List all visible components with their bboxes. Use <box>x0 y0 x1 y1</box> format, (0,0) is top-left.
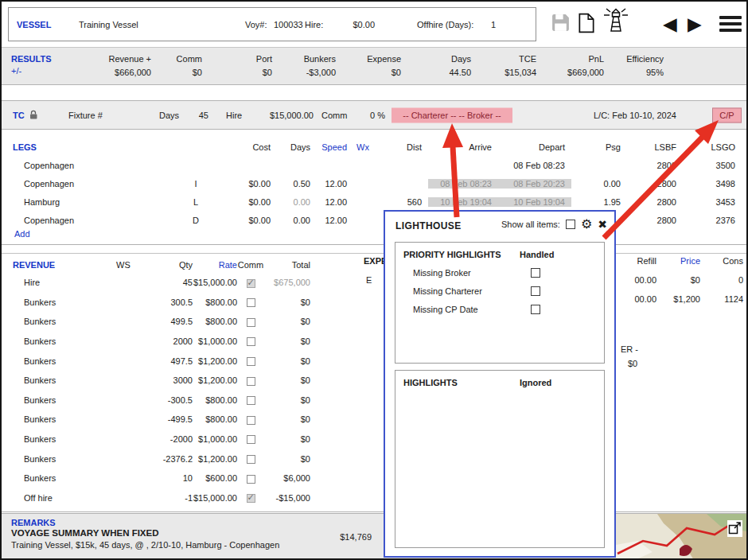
revenue-comm-checkbox[interactable] <box>237 298 264 308</box>
revenue-comm-checkbox[interactable] <box>237 395 264 406</box>
leg-cost[interactable]: $0.00 <box>210 197 277 207</box>
result-column: Port $0 <box>202 54 272 77</box>
show-all-items-checkbox[interactable] <box>566 220 575 229</box>
vessel-name[interactable]: Training Vessel <box>79 20 138 29</box>
revenue-rate[interactable]: $1,200.00 <box>193 356 237 366</box>
tc-comm-value[interactable]: 0 % <box>358 111 385 120</box>
menu-icon[interactable] <box>719 16 742 35</box>
leg-port[interactable]: Copenhagen <box>6 216 188 225</box>
bunker-refill-value[interactable]: 00.00 <box>622 294 656 304</box>
save-icon[interactable] <box>551 13 571 34</box>
legs-header-speed[interactable]: Speed <box>317 142 353 152</box>
leg-speed[interactable]: 12.00 <box>317 197 353 207</box>
handled-checkbox[interactable] <box>531 286 540 296</box>
results-plus-minus[interactable]: +/- <box>11 66 21 76</box>
cp-button[interactable]: C/P <box>712 107 742 122</box>
tc-days-value[interactable]: 45 <box>189 111 208 120</box>
revenue-comm-checkbox[interactable] <box>237 336 264 347</box>
revenue-qty[interactable]: 2000 <box>137 336 193 346</box>
settings-gear-icon[interactable]: ⚙ <box>581 218 592 231</box>
laycan-date[interactable]: L/C: Feb 10-10, 2024 <box>594 111 676 120</box>
charterer-broker-highlight[interactable]: -- Charterer -- -- Broker -- <box>392 107 512 122</box>
revenue-rate[interactable]: $15,000.00 <box>193 278 237 287</box>
leg-depart[interactable]: 08 Feb 08:23 <box>498 161 571 170</box>
bunker-refill-value[interactable]: 00.00 <box>622 275 656 285</box>
leg-speed[interactable]: 12.00 <box>317 216 353 225</box>
revenue-comm-checkbox[interactable] <box>237 375 264 386</box>
leg-port[interactable]: Copenhagen <box>6 179 188 189</box>
leg-lsgo[interactable]: 3498 <box>683 179 742 189</box>
leg-lsbf[interactable]: 2800 <box>627 161 683 170</box>
close-icon[interactable]: ✖ <box>598 219 607 230</box>
add-leg-link[interactable]: Add <box>14 229 30 239</box>
leg-port[interactable]: Hamburg <box>6 197 188 207</box>
revenue-qty[interactable]: -1 <box>137 493 193 503</box>
revenue-comm-checkbox[interactable] <box>237 453 264 464</box>
revenue-comm-checkbox[interactable] <box>237 434 264 445</box>
lighthouse-icon[interactable] <box>600 6 632 37</box>
revenue-qty[interactable]: -2376.2 <box>137 454 193 464</box>
revenue-comm-checkbox[interactable] <box>237 414 264 425</box>
leg-lsgo[interactable]: 2376 <box>683 216 742 225</box>
revenue-rate[interactable]: $600.00 <box>193 473 237 483</box>
popout-icon[interactable] <box>727 520 742 537</box>
leg-lsbf[interactable]: 2800 <box>627 179 683 189</box>
leg-lsgo[interactable]: 3453 <box>683 197 742 207</box>
revenue-rate[interactable]: $800.00 <box>193 414 237 424</box>
revenue-rate[interactable]: $1,200.00 <box>193 375 237 385</box>
hire-value[interactable]: $0.00 <box>347 20 375 29</box>
leg-days[interactable]: 0.50 <box>277 179 317 189</box>
revenue-desc: Bunkers <box>10 298 116 307</box>
result-label: Port <box>256 54 272 64</box>
leg-days[interactable]: 0.00 <box>277 197 317 207</box>
revenue-rate[interactable]: $1,000.00 <box>193 336 237 346</box>
leg-speed[interactable]: 12.00 <box>317 179 353 189</box>
revenue-qty[interactable]: 45 <box>137 278 193 287</box>
revenue-header-rate[interactable]: Rate <box>193 260 237 270</box>
revenue-rate[interactable]: $800.00 <box>193 317 237 326</box>
lighthouse-dialog-title: LIGHTHOUSE <box>395 220 462 231</box>
leg-lsbf[interactable]: 2800 <box>627 216 683 225</box>
handled-checkbox[interactable] <box>531 268 540 278</box>
document-icon[interactable] <box>578 13 595 35</box>
back-arrow-icon[interactable]: ◀ <box>663 15 677 33</box>
revenue-rate[interactable]: $1,000.00 <box>193 434 237 444</box>
revenue-comm-checkbox[interactable] <box>237 473 264 484</box>
tc-hire-value[interactable]: $15,000.00 <box>256 111 314 120</box>
leg-lsbf[interactable]: 2800 <box>627 197 683 207</box>
fixture-number-label[interactable]: Fixture # <box>68 111 103 120</box>
legs-header-wx[interactable]: Wx <box>353 142 379 152</box>
revenue-qty[interactable]: 3000 <box>137 375 193 385</box>
revenue-qty[interactable]: 499.5 <box>137 317 193 326</box>
voyage-number-value[interactable]: 100033 <box>274 20 303 29</box>
revenue-rate[interactable]: $1,200.00 <box>193 454 237 464</box>
revenue-qty[interactable]: -300.5 <box>137 395 193 405</box>
revenue-rate[interactable]: $800.00 <box>193 298 237 307</box>
revenue-qty[interactable]: -499.5 <box>137 414 193 424</box>
revenue-comm-checkbox[interactable] <box>237 356 264 366</box>
revenue-rate[interactable]: $800.00 <box>193 395 237 405</box>
leg-psg: 0.00 <box>571 179 627 189</box>
offhire-days-value[interactable]: 1 <box>491 20 496 29</box>
leg-cost[interactable]: $0.00 <box>210 216 277 225</box>
leg-port[interactable]: Copenhagen <box>6 161 188 170</box>
revenue-qty[interactable]: 497.5 <box>137 356 193 366</box>
leg-cost[interactable]: $0.00 <box>210 179 277 189</box>
revenue-qty[interactable]: -2000 <box>137 434 193 444</box>
forward-arrow-icon[interactable]: ▶ <box>688 15 702 33</box>
revenue-comm-checkbox[interactable] <box>237 493 264 504</box>
result-label: Days <box>451 54 471 64</box>
bunker-header-price[interactable]: Price <box>667 256 700 266</box>
leg-lsgo[interactable]: 3500 <box>683 161 742 170</box>
revenue-qty[interactable]: 10 <box>137 473 193 483</box>
revenue-qty[interactable]: 300.5 <box>137 298 193 307</box>
handled-checkbox[interactable] <box>531 305 540 314</box>
revenue-row: Bunkers 2000 $1,000.00 $0 <box>10 332 310 352</box>
results-label: RESULTS <box>11 54 52 64</box>
revenue-comm-checkbox[interactable] <box>237 278 264 288</box>
leg-days[interactable]: 0.00 <box>277 216 317 225</box>
bunker-price-value[interactable]: $1,200 <box>667 294 700 304</box>
revenue-rate[interactable]: $15,000.00 <box>193 493 237 503</box>
bunker-price-value[interactable]: $0 <box>667 275 700 285</box>
revenue-comm-checkbox[interactable] <box>237 317 264 327</box>
